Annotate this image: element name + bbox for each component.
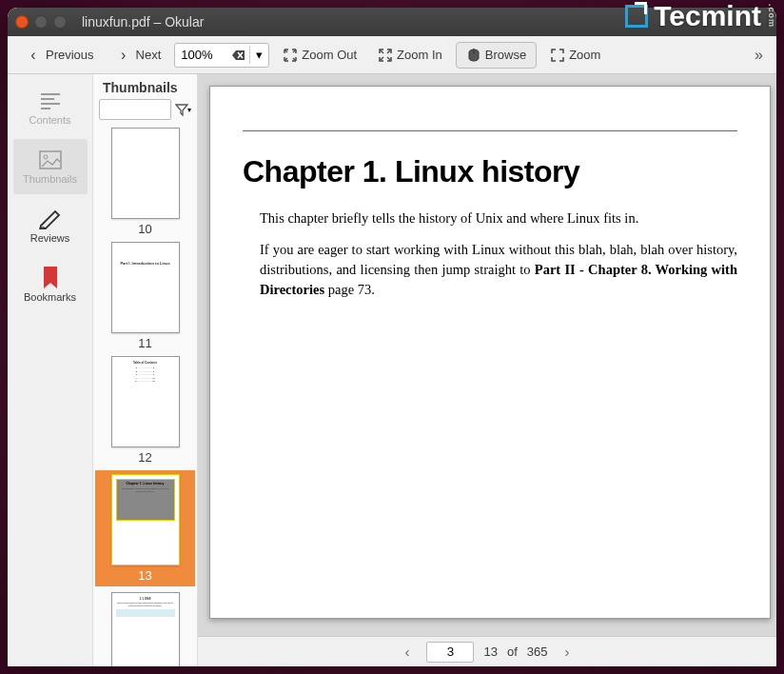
clear-icon[interactable] [228,50,249,61]
toolbar-overflow-icon[interactable]: » [751,47,767,64]
zoom-input[interactable] [175,46,228,64]
visible-page-label: 13 [483,644,497,659]
sidebar-tab-thumbnails[interactable]: Thumbnails [13,139,88,194]
side-tabs: Contents Thumbnails Reviews Bookmarks [8,74,93,666]
close-icon[interactable] [15,15,29,29]
thumbnail-page-number: 13 [99,568,191,583]
chevron-left-icon: ‹ [25,47,42,64]
thumbnail-item-selected[interactable]: Chapter 1. Linux history This chapter br… [95,470,195,586]
filter-icon[interactable]: ▾ [174,99,191,120]
zoom-in-button[interactable]: Zoom In [370,44,450,67]
minimize-icon[interactable] [34,15,48,29]
thumbnail-list[interactable]: 10 Part I. Introduction to Linux 11 Tabl… [93,126,197,666]
thumbnail-item[interactable]: 1.1 1969 Lorem ipsum dolor sit amet cons… [99,592,191,666]
zoom-combobox[interactable]: ▾ [174,43,269,68]
sidebar-tab-label: Contents [29,114,70,126]
zoom-tool-label: Zoom [569,48,600,62]
sidebar-tab-reviews[interactable]: Reviews [13,198,88,253]
zoom-out-button[interactable]: Zoom Out [275,44,364,67]
total-pages-label: 365 [527,644,548,659]
chapter-title: Chapter 1. Linux history [243,154,737,189]
browse-button[interactable]: Browse [456,42,537,69]
zoom-tool-button[interactable]: Zoom [542,44,608,67]
page-prev-button[interactable]: ‹ [397,642,417,662]
document-scroll[interactable]: Chapter 1. Linux history This chapter br… [198,74,776,636]
zoom-tool-icon [550,48,565,63]
sidebar-tab-label: Thumbnails [23,173,77,185]
thumbnails-search: ▾ [93,99,197,126]
thumbnail-page-number: 11 [99,336,191,350]
dropdown-icon[interactable]: ▾ [249,46,268,64]
document-page: Chapter 1. Linux history This chapter br… [209,86,771,619]
watermark-suffix: .com [767,4,776,28]
zoom-in-icon [378,48,393,63]
previous-label: Previous [46,48,94,62]
tecmint-icon [625,5,648,28]
thumbnail-page-number: 12 [99,450,191,465]
previous-button[interactable]: ‹ Previous [17,43,102,68]
watermark-logo: Tecmint .com [625,0,776,32]
next-label: Next [136,48,162,62]
thumbnail-search-input[interactable] [99,99,171,120]
reviews-icon [38,208,63,229]
thumbnail-item[interactable]: 10 [99,128,191,236]
bookmarks-icon [38,268,63,288]
contents-icon [38,90,63,111]
toolbar: ‹ Previous › Next ▾ Zoom Out Zoom In Bro… [8,36,776,74]
browse-label: Browse [485,48,526,62]
window-title: linuxfun.pdf – Okular [82,14,204,30]
thumbnails-heading: Thumbnails [93,74,197,99]
thumbnail-page-number: 10 [99,222,191,236]
status-bar: ‹ 13 of 365 › [198,636,776,666]
svg-point-2 [44,155,48,159]
thumbnail-item[interactable]: Table of Contents 1. ...................… [99,356,191,465]
page-next-button[interactable]: › [558,642,578,662]
sidebar-tab-label: Reviews [30,232,70,244]
next-button[interactable]: › Next [108,43,169,68]
intro-paragraph: This chapter briefly tells the history o… [260,208,737,228]
chevron-right-icon: › [115,47,132,64]
thumbnails-icon [38,149,63,170]
main-body: Contents Thumbnails Reviews Bookmarks [8,74,776,666]
mouse-icon [466,47,481,64]
of-label: of [507,644,518,659]
sidebar-tab-label: Bookmarks [24,291,76,303]
maximize-icon[interactable] [53,15,67,29]
watermark-text: Tecmint [654,0,761,32]
document-view: Chapter 1. Linux history This chapter br… [198,74,776,666]
zoom-out-icon [283,48,298,63]
thumbnails-panel: Thumbnails ▾ 10 Part I. Introduction to … [93,74,198,666]
jump-paragraph: If you are eager to start working with L… [260,240,737,300]
thumbnail-item[interactable]: Part I. Introduction to Linux 11 [99,242,191,350]
zoom-in-label: Zoom In [397,48,442,62]
zoom-out-label: Zoom Out [302,48,357,62]
sidebar-tab-bookmarks[interactable]: Bookmarks [13,257,88,312]
sidebar-tab-contents[interactable]: Contents [13,80,88,135]
page-number-input[interactable] [426,642,474,663]
app-window: linuxfun.pdf – Okular ‹ Previous › Next … [8,8,776,666]
